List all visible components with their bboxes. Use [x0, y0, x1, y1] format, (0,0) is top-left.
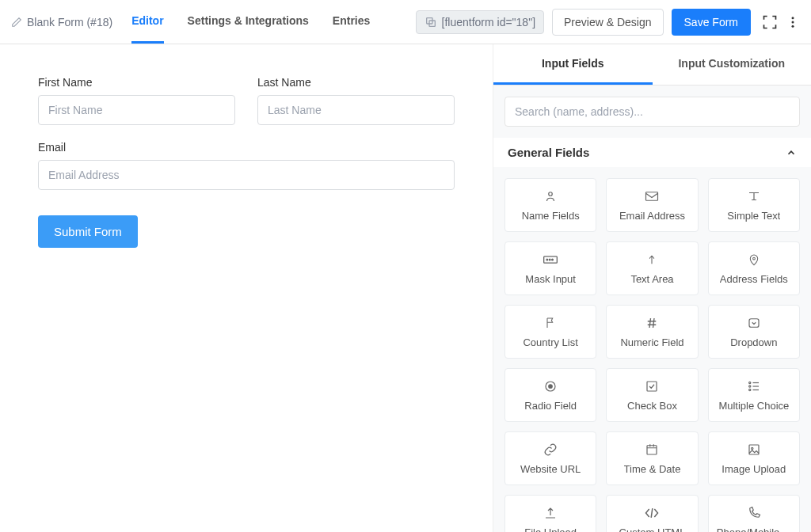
text-icon	[747, 189, 761, 203]
field-card-image[interactable]: Image Upload	[708, 431, 800, 485]
svg-point-10	[552, 259, 554, 260]
form-canvas: First Name Last Name Email Submit Form	[0, 44, 493, 532]
pencil-icon	[11, 17, 22, 28]
field-card-checkbox[interactable]: Check Box	[606, 368, 698, 422]
svg-point-16	[748, 382, 750, 383]
tab-input-fields[interactable]: Input Fields	[493, 44, 653, 85]
field-card-name[interactable]: Name Fields	[504, 178, 596, 232]
main: First Name Last Name Email Submit Form I…	[0, 44, 811, 532]
preview-button[interactable]: Preview & Design	[552, 9, 664, 36]
svg-point-17	[748, 385, 750, 386]
form-title[interactable]: Blank Form (#18)	[11, 16, 112, 28]
nav-tabs: Editor Settings & Integrations Entries	[131, 0, 370, 44]
svg-rect-6	[646, 192, 658, 200]
save-button[interactable]: Save Form	[672, 9, 751, 36]
file-icon	[543, 506, 558, 520]
copy-icon	[425, 16, 437, 28]
field-card-datetime[interactable]: Time & Date	[606, 431, 698, 485]
svg-point-5	[549, 192, 553, 196]
radio-icon	[543, 379, 558, 393]
field-last-name: Last Name	[257, 76, 455, 125]
field-card-mask[interactable]: Mask Input	[504, 241, 596, 295]
field-first-name: First Name	[38, 76, 235, 125]
checkbox-icon	[645, 379, 659, 393]
svg-point-2	[792, 17, 794, 19]
section-title: General Fields	[508, 146, 589, 159]
field-card-label: Multiple Choice	[718, 400, 789, 412]
field-email: Email	[38, 141, 455, 190]
email-input[interactable]	[38, 160, 455, 190]
fields-grid: Name FieldsEmail AddressSimple TextMask …	[493, 167, 811, 532]
field-card-label: Time & Date	[624, 463, 681, 475]
field-card-label: Email Address	[619, 210, 685, 222]
svg-rect-20	[749, 445, 759, 454]
field-card-label: Custom HTML	[619, 526, 686, 533]
field-card-file[interactable]: File Upload	[504, 495, 596, 532]
field-card-label: Dropdown	[730, 336, 777, 348]
svg-rect-12	[749, 318, 759, 327]
field-card-label: Website URL	[520, 463, 581, 475]
sidebar: Input Fields Input Customization General…	[493, 44, 811, 532]
more-icon[interactable]	[786, 15, 800, 29]
field-card-label: File Upload	[524, 526, 577, 533]
image-icon	[747, 443, 761, 457]
svg-point-4	[792, 25, 794, 27]
svg-point-11	[752, 257, 755, 260]
field-card-label: Numeric Field	[620, 336, 683, 348]
field-card-email[interactable]: Email Address	[606, 178, 698, 232]
section-general-fields[interactable]: General Fields	[493, 138, 811, 167]
shortcode-text: [fluentform id="18"]	[442, 16, 536, 28]
field-card-label: Name Fields	[522, 210, 580, 222]
svg-point-14	[549, 384, 553, 388]
form-title-text: Blank Form (#18)	[27, 16, 112, 28]
tab-settings[interactable]: Settings & Integrations	[188, 0, 309, 44]
dropdown-icon	[747, 316, 761, 330]
svg-rect-15	[647, 382, 657, 391]
email-icon	[645, 189, 659, 203]
svg-point-3	[792, 21, 794, 23]
last-name-input[interactable]	[257, 95, 455, 125]
field-search-input[interactable]	[504, 97, 800, 127]
first-name-input[interactable]	[38, 95, 235, 125]
field-card-label: Country List	[523, 336, 577, 348]
topbar: Blank Form (#18) Editor Settings & Integ…	[0, 0, 811, 44]
submit-button[interactable]: Submit Form	[38, 215, 138, 248]
name-icon	[543, 189, 558, 203]
chevron-up-icon	[786, 147, 797, 158]
mask-icon	[543, 253, 558, 267]
field-card-dropdown[interactable]: Dropdown	[708, 305, 800, 359]
field-card-url[interactable]: Website URL	[504, 431, 596, 485]
svg-point-9	[549, 259, 550, 260]
field-card-country[interactable]: Country List	[504, 305, 596, 359]
field-card-label: Phone/Mobile ...	[717, 526, 791, 533]
tab-customization[interactable]: Input Customization	[653, 44, 812, 85]
html-icon	[644, 506, 660, 520]
email-label: Email	[38, 141, 455, 154]
url-icon	[543, 443, 558, 457]
field-card-numeric[interactable]: Numeric Field	[606, 305, 698, 359]
field-card-label: Check Box	[627, 400, 677, 412]
field-card-html[interactable]: Custom HTML	[606, 495, 698, 532]
svg-point-21	[751, 447, 752, 449]
first-name-label: First Name	[38, 76, 235, 89]
svg-point-8	[546, 259, 548, 260]
field-card-label: Image Upload	[722, 463, 786, 475]
field-card-address[interactable]: Address Fields	[708, 241, 800, 295]
fullscreen-icon[interactable]	[762, 14, 778, 30]
field-card-multiple[interactable]: Multiple Choice	[708, 368, 800, 422]
field-card-label: Mask Input	[525, 273, 576, 285]
last-name-label: Last Name	[257, 76, 455, 89]
field-card-text[interactable]: Simple Text	[708, 178, 800, 232]
shortcode-copy[interactable]: [fluentform id="18"]	[416, 10, 545, 34]
field-card-textarea[interactable]: Text Area	[606, 241, 698, 295]
tab-editor[interactable]: Editor	[131, 0, 163, 44]
field-card-phone[interactable]: Phone/Mobile ...	[708, 495, 800, 532]
field-card-radio[interactable]: Radio Field	[504, 368, 596, 422]
multiple-icon	[747, 379, 761, 393]
field-card-label: Address Fields	[720, 273, 788, 285]
tab-entries[interactable]: Entries	[333, 0, 370, 44]
country-icon	[544, 316, 557, 330]
field-card-label: Radio Field	[524, 400, 577, 412]
field-card-label: Text Area	[630, 273, 673, 285]
sidebar-tabs: Input Fields Input Customization	[493, 44, 811, 86]
